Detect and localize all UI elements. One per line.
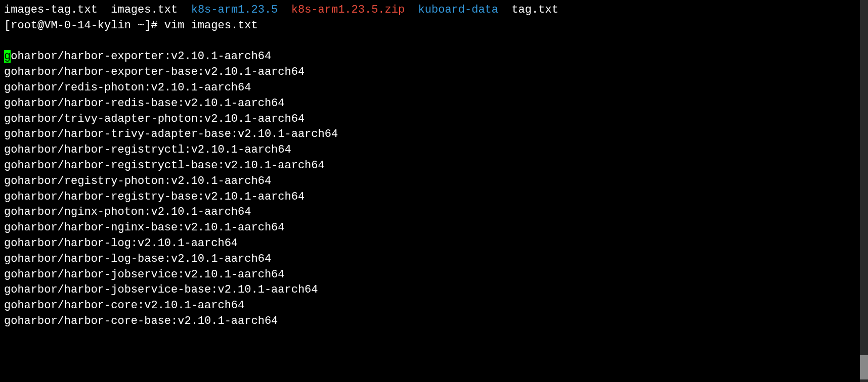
vim-cursor: g [4, 50, 11, 63]
vim-content-line[interactable]: goharbor/harbor-jobservice-base:v2.10.1-… [4, 282, 864, 298]
vim-content-line[interactable]: goharbor/harbor-registryctl-base:v2.10.1… [4, 158, 864, 174]
ls-file-item: images-tag.txt [4, 4, 98, 16]
vim-content-line[interactable]: goharbor/nginx-photon:v2.10.1-aarch64 [4, 205, 864, 220]
vim-content-line[interactable]: goharbor/trivy-adapter-photon:v2.10.1-aa… [4, 112, 864, 127]
ls-file-item: k8s-arm1.23.5 [191, 4, 278, 16]
scrollbar-thumb[interactable] [860, 355, 868, 379]
vim-content-line[interactable]: goharbor/harbor-nginx-base:v2.10.1-aarch… [4, 220, 864, 236]
ls-file-item: k8s-arm1.23.5.zip [291, 4, 405, 16]
vim-content-line[interactable]: goharbor/harbor-log:v2.10.1-aarch64 [4, 236, 864, 252]
ls-file-item: kuboard-data [418, 4, 498, 16]
vim-content-line[interactable]: goharbor/harbor-core-base:v2.10.1-aarch6… [4, 314, 864, 329]
scrollbar-track[interactable] [860, 0, 868, 382]
vim-content-line[interactable]: goharbor/harbor-registry-base:v2.10.1-aa… [4, 189, 864, 205]
ls-file-item: images.txt [111, 4, 178, 16]
blank-line [4, 34, 864, 50]
vim-content-line[interactable]: goharbor/harbor-trivy-adapter-base:v2.10… [4, 127, 864, 142]
vim-content-line[interactable]: goharbor/redis-photon:v2.10.1-aarch64 [4, 80, 864, 96]
vim-line-text: oharbor/harbor-exporter:v2.10.1-aarch64 [11, 50, 271, 63]
vim-content-line[interactable]: goharbor/harbor-log-base:v2.10.1-aarch64 [4, 252, 864, 267]
ls-output-line: images-tag.txt images.txt k8s-arm1.23.5 … [4, 3, 864, 18]
vim-content-line[interactable]: goharbor/harbor-core:v2.10.1-aarch64 [4, 298, 864, 314]
vim-content-line[interactable]: goharbor/harbor-redis-base:v2.10.1-aarch… [4, 96, 864, 112]
vim-content-line-first[interactable]: goharbor/harbor-exporter:v2.10.1-aarch64 [4, 49, 864, 65]
vim-content-line[interactable]: goharbor/harbor-jobservice:v2.10.1-aarch… [4, 267, 864, 283]
vim-content-line[interactable]: goharbor/harbor-registryctl:v2.10.1-aarc… [4, 142, 864, 158]
vim-content-line[interactable]: goharbor/registry-photon:v2.10.1-aarch64 [4, 174, 864, 189]
vim-content-line[interactable]: goharbor/harbor-exporter-base:v2.10.1-aa… [4, 65, 864, 80]
shell-prompt: [root@VM-0-14-kylin ~]# [4, 19, 164, 32]
ls-file-item: tag.txt [511, 4, 558, 16]
shell-prompt-line: [root@VM-0-14-kylin ~]# vim images.txt [4, 18, 864, 34]
shell-command: vim images.txt [164, 19, 258, 32]
